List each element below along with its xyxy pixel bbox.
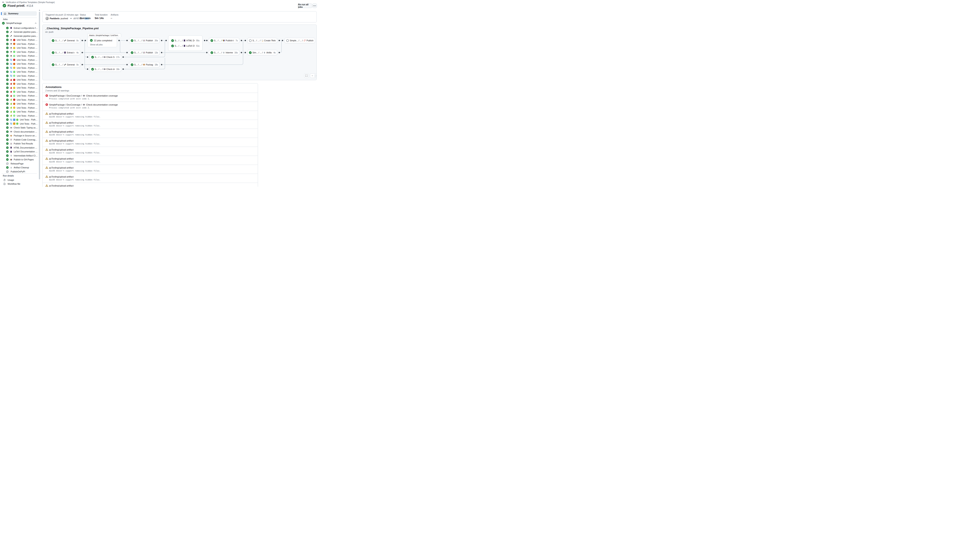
graph-node[interactable]: S... / ... /Intermediate A...16s bbox=[209, 50, 239, 55]
version-dot-icon bbox=[13, 95, 15, 97]
sidebar-job-item[interactable]: Unit Tests - Python 3.12 bbox=[0, 110, 38, 114]
node-name: LaTeX Docume... bbox=[186, 45, 195, 47]
sidebar-job-item[interactable]: Check documentation covera... bbox=[0, 130, 38, 134]
breadcrumb-label[interactable]: Verification of Pipeline Templates (Simp… bbox=[6, 1, 55, 3]
version-dot-icon bbox=[13, 107, 15, 109]
scrollbar-up-arrow[interactable] bbox=[39, 9, 40, 11]
sidebar-job-item[interactable]: Unit Tests - Python 3.11 bbox=[0, 46, 38, 50]
graph-node[interactable]: S... / ... /LaTeX Docume...51s bbox=[170, 43, 201, 49]
apple-red-icon bbox=[10, 87, 12, 89]
run-details-header: Run details bbox=[3, 175, 14, 177]
graph-node[interactable]: S... / ... /HTML Docume...55s bbox=[170, 38, 201, 43]
package-icon bbox=[10, 135, 12, 137]
sidebar-job-item[interactable]: ReleasePage bbox=[0, 162, 38, 166]
annotation-title[interactable]: pyTooling/upload-artifact bbox=[49, 176, 74, 178]
sidebar-job-item[interactable]: Publish Code Coverage Results bbox=[0, 138, 38, 142]
sidebar-job-item[interactable]: Generate pipeline parameters bbox=[0, 34, 38, 38]
graph-node[interactable]: S... / ... /Publish to GH-P...7s bbox=[209, 38, 239, 43]
sidebar-job-item[interactable]: Unit Tests - Python 3.13 bbox=[0, 74, 38, 78]
annotation-message: macOS doesn't support removing hidden fi… bbox=[49, 143, 255, 145]
graph-node[interactable]: S... / ... /Check docume...18s bbox=[90, 66, 121, 72]
annotation-title[interactable]: pyTooling/upload-artifact bbox=[49, 185, 74, 187]
sidebar-job-item[interactable]: Unit Tests - Python 3.13 bbox=[0, 94, 38, 98]
sidebar-job-item[interactable]: Package in Source and Wheel... bbox=[0, 134, 38, 138]
matrix-tab[interactable]: Matrix: SimplePackage / UnitTest... bbox=[87, 33, 121, 37]
sidebar-job-item[interactable]: Unit Tests - Python 3.12 bbox=[0, 50, 38, 54]
zoom-out-button[interactable]: − bbox=[310, 74, 314, 77]
fullscreen-button[interactable] bbox=[304, 74, 309, 78]
sidebar-job-item[interactable]: Unit Tests - Python 3.12 bbox=[0, 122, 38, 126]
sidebar-job-item[interactable]: Check Static Typing using Pyt... bbox=[0, 126, 38, 130]
show-all-jobs-link[interactable]: Show all jobs bbox=[90, 43, 103, 46]
graph-node[interactable]: S... / ... /Generate pipelin...0s bbox=[50, 38, 80, 43]
book-icon bbox=[10, 27, 12, 29]
graph-node[interactable]: S... / ... /Publish Code C...20s bbox=[129, 38, 160, 43]
sidebar: Summary Jobs SimplePackage Extract confi… bbox=[0, 9, 41, 187]
check-success-icon bbox=[91, 56, 94, 58]
annotations-list: SimplePackage / DocCoverage /Check docum… bbox=[42, 93, 258, 187]
annotation-title[interactable]: pyTooling/upload-artifact bbox=[49, 140, 74, 142]
sidebar-job-item[interactable]: Unit Tests - Python 3.10 bbox=[0, 42, 38, 46]
graph-node[interactable]: S... / ... /Generate pipelin...0s bbox=[50, 62, 80, 67]
breadcrumb[interactable]: Verification of Pipeline Templates (Simp… bbox=[2, 1, 55, 3]
job-label: Unit Tests - Python 3.10 bbox=[17, 83, 38, 85]
graph-node[interactable]: S... / ... /Package in Sou...18s bbox=[129, 62, 160, 67]
matrix-tab-label: Matrix: SimplePackage / UnitTest... bbox=[89, 34, 119, 36]
sidebar-job-item[interactable]: LaTeX Documentation using ... bbox=[0, 150, 38, 154]
sidebar-job-item[interactable]: Unit Tests - Python 3.12 bbox=[0, 90, 38, 94]
sidebar-scrollbar[interactable] bbox=[39, 12, 40, 179]
chevron-up-icon[interactable] bbox=[35, 22, 37, 24]
sidebar-job-item[interactable]: Unit Tests - Python 3.9 bbox=[0, 98, 38, 102]
check-success-icon bbox=[6, 130, 9, 133]
sidebar-job-item[interactable]: Unit Tests - Python 3.10 bbox=[0, 102, 38, 106]
sidebar-job-item[interactable]: Unit Tests - Python 3.11 bbox=[0, 66, 38, 70]
graph-node[interactable]: Simple... / ... /Publish to PyPI bbox=[285, 38, 315, 43]
sidebar-group-simplepackage[interactable]: SimplePackage bbox=[2, 21, 37, 25]
annotation-title[interactable]: pyTooling/upload-artifact bbox=[49, 149, 74, 151]
sidebar-job-item[interactable]: Unit Tests - Python 3.13 bbox=[0, 114, 38, 118]
job-label: Unit Tests - Python 3.9 bbox=[17, 59, 38, 61]
sidebar-job-item[interactable]: Artifact Cleanup bbox=[0, 166, 38, 170]
annotation-title[interactable]: pyTooling/upload-artifact bbox=[49, 130, 74, 133]
sidebar-item-summary[interactable]: Summary bbox=[2, 11, 37, 16]
sidebar-link-workflow-file[interactable]: Workflow file bbox=[0, 182, 38, 186]
annotation-title[interactable]: Check documentation coverage bbox=[86, 94, 118, 97]
sidebar-job-item[interactable]: Unit Tests - Python 3.10 bbox=[0, 82, 38, 86]
sidebar-job-item[interactable]: Publish Test Results bbox=[0, 142, 38, 146]
sidebar-job-item[interactable]: Unit Tests - Python 3.13 bbox=[0, 54, 38, 58]
avatar[interactable] bbox=[46, 17, 49, 20]
books-icon bbox=[223, 39, 225, 42]
sidebar-job-item[interactable]: Publish to GH-Pages bbox=[0, 158, 38, 162]
back-arrow-icon[interactable] bbox=[2, 1, 5, 3]
kebab-menu-button[interactable]: ••• bbox=[312, 3, 317, 8]
graph-node[interactable]: S... / ... /Create 'Release Pa... bbox=[247, 38, 277, 43]
sidebar-job-item[interactable]: Intermediate Artifact Cleanup bbox=[0, 154, 38, 158]
matrix-box[interactable]: 22 jobs completed Show all jobs bbox=[87, 37, 117, 47]
graph-node[interactable]: S... / ... /Check Static Ty...17s bbox=[90, 54, 121, 60]
sidebar-job-item[interactable]: Unit Tests - Python 3.11 bbox=[0, 106, 38, 110]
sidebar-job-item[interactable]: Unit Tests - Python 3.12 bbox=[0, 118, 38, 122]
annotation-title[interactable]: pyTooling/upload-artifact bbox=[49, 157, 74, 160]
sidebar-job-item[interactable]: Unit Tests - Python 3.9 bbox=[0, 38, 38, 42]
sidebar-job-item[interactable]: Extract configurations from p... bbox=[0, 26, 38, 30]
annotation-title[interactable]: Check documentation coverage bbox=[86, 104, 118, 106]
sidebar-job-item[interactable]: Unit Tests - Python 3.11 bbox=[0, 86, 38, 90]
sidebar-job-item[interactable]: Unit Tests - Python 3.9 bbox=[0, 58, 38, 62]
sidebar-job-item[interactable]: Unit Tests - Python 3.12 bbox=[0, 70, 38, 74]
sidebar-job-item[interactable]: Unit Tests - Python 3.10 bbox=[0, 62, 38, 66]
sidebar-job-item[interactable]: Unit Tests - Python 3.9 bbox=[0, 78, 38, 82]
sidebar-link-usage[interactable]: Usage bbox=[0, 178, 38, 182]
zoom-in-button[interactable]: + bbox=[314, 74, 317, 77]
graph-node[interactable]: S... / ... /Publish Test Re...13s bbox=[129, 50, 160, 55]
graph-node[interactable]: S... / ... /Extract configur...4s bbox=[50, 50, 80, 55]
annotation-title[interactable]: pyTooling/upload-artifact bbox=[49, 121, 74, 124]
rerun-all-jobs-button[interactable]: Re-run all jobs bbox=[298, 3, 312, 8]
node-prefix: S... / ... / bbox=[95, 56, 103, 58]
actor-name[interactable]: Paebbels bbox=[50, 17, 60, 20]
sidebar-job-item[interactable]: Generate pipeline parameters bbox=[0, 30, 38, 34]
annotation-title[interactable]: pyTooling/upload-artifact bbox=[49, 166, 74, 169]
graph-node[interactable]: Sim... / ... /Artifact Cleanup4s bbox=[247, 50, 277, 55]
annotation-title[interactable]: pyTooling/upload-artifact bbox=[49, 113, 74, 115]
sidebar-job-item[interactable]: PublishOnPyPI bbox=[0, 169, 38, 174]
sidebar-job-item[interactable]: HTML Documentation using ... bbox=[0, 146, 38, 150]
